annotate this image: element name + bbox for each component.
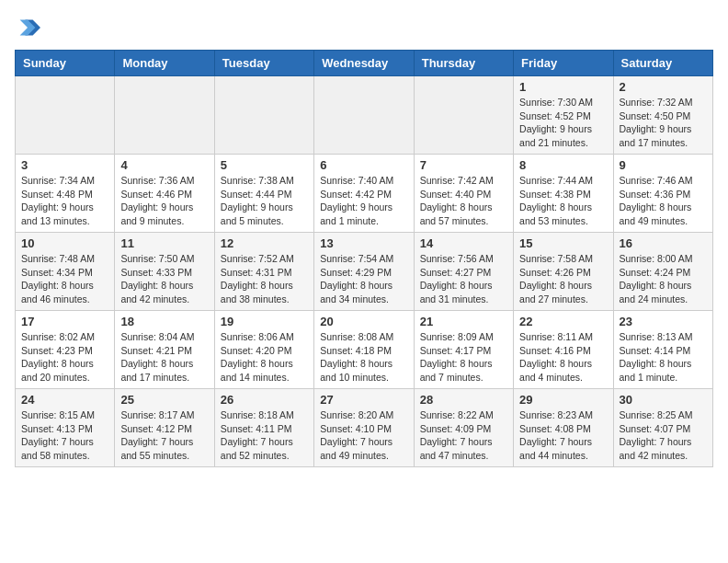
sunrise-text: Sunrise: 7:50 AM: [120, 253, 194, 264]
daylight-text: Daylight: 8 hours and 10 minutes.: [320, 358, 392, 383]
sunset-text: Sunset: 4:29 PM: [320, 267, 392, 278]
week-row-4: 17 Sunrise: 8:02 AM Sunset: 4:23 PM Dayl…: [16, 311, 713, 389]
logo-icon: [15, 15, 40, 40]
day-number: 28: [420, 393, 507, 407]
day-cell: 22 Sunrise: 8:11 AM Sunset: 4:16 PM Dayl…: [514, 311, 613, 389]
sunset-text: Sunset: 4:09 PM: [420, 423, 492, 434]
day-number: 29: [519, 393, 607, 407]
sunset-text: Sunset: 4:12 PM: [120, 423, 192, 434]
daylight-text: Daylight: 8 hours and 17 minutes.: [120, 358, 193, 383]
day-number: 13: [320, 236, 407, 250]
weekday-header-sunday: Sunday: [16, 51, 115, 76]
sunset-text: Sunset: 4:38 PM: [519, 189, 591, 200]
weekday-header-monday: Monday: [115, 51, 214, 76]
day-cell: 12 Sunrise: 7:52 AM Sunset: 4:31 PM Dayl…: [214, 233, 313, 311]
sunrise-text: Sunrise: 8:20 AM: [320, 409, 393, 420]
calendar-table: SundayMondayTuesdayWednesdayThursdayFrid…: [15, 50, 713, 467]
day-info: Sunrise: 8:18 AM Sunset: 4:11 PM Dayligh…: [221, 408, 308, 463]
day-number: 14: [420, 236, 507, 250]
daylight-text: Daylight: 7 hours and 49 minutes.: [320, 436, 392, 461]
day-cell: 16 Sunrise: 8:00 AM Sunset: 4:24 PM Dayl…: [613, 233, 712, 311]
day-number: 9: [620, 158, 707, 172]
sunrise-text: Sunrise: 7:36 AM: [120, 175, 194, 186]
day-number: 22: [519, 315, 607, 328]
day-cell: 15 Sunrise: 7:58 AM Sunset: 4:26 PM Dayl…: [514, 233, 613, 311]
daylight-text: Daylight: 7 hours and 52 minutes.: [221, 436, 293, 461]
day-cell: 13 Sunrise: 7:54 AM Sunset: 4:29 PM Dayl…: [314, 233, 414, 311]
daylight-text: Daylight: 8 hours and 46 minutes.: [21, 280, 94, 304]
week-row-5: 24 Sunrise: 8:15 AM Sunset: 4:13 PM Dayl…: [16, 389, 713, 467]
day-info: Sunrise: 7:34 AM Sunset: 4:48 PM Dayligh…: [21, 174, 108, 228]
day-info: Sunrise: 8:25 AM Sunset: 4:07 PM Dayligh…: [620, 408, 707, 463]
weekday-header-thursday: Thursday: [414, 51, 513, 76]
sunset-text: Sunset: 4:48 PM: [21, 189, 93, 200]
daylight-text: Daylight: 8 hours and 38 minutes.: [221, 280, 293, 304]
day-info: Sunrise: 8:11 AM Sunset: 4:16 PM Dayligh…: [519, 330, 607, 385]
day-info: Sunrise: 7:58 AM Sunset: 4:26 PM Dayligh…: [519, 252, 607, 306]
weekday-header-wednesday: Wednesday: [314, 51, 414, 76]
sunrise-text: Sunrise: 7:42 AM: [420, 175, 494, 186]
day-info: Sunrise: 8:06 AM Sunset: 4:20 PM Dayligh…: [221, 330, 308, 385]
day-number: 20: [320, 315, 407, 328]
day-number: 10: [21, 236, 108, 250]
day-number: 30: [620, 393, 707, 407]
sunrise-text: Sunrise: 7:58 AM: [519, 253, 593, 264]
daylight-text: Daylight: 9 hours and 1 minute.: [320, 201, 392, 226]
sunrise-text: Sunrise: 7:48 AM: [21, 253, 95, 264]
sunrise-text: Sunrise: 8:15 AM: [21, 409, 95, 420]
day-cell: 3 Sunrise: 7:34 AM Sunset: 4:48 PM Dayli…: [16, 155, 115, 233]
logo: [15, 15, 44, 40]
day-number: 24: [21, 393, 108, 407]
week-row-1: 1 Sunrise: 7:30 AM Sunset: 4:52 PM Dayli…: [16, 76, 713, 155]
day-number: 25: [120, 393, 208, 407]
sunrise-text: Sunrise: 8:18 AM: [221, 409, 294, 420]
day-number: 2: [620, 80, 707, 94]
day-cell: 23 Sunrise: 8:13 AM Sunset: 4:14 PM Dayl…: [613, 311, 712, 389]
daylight-text: Daylight: 7 hours and 42 minutes.: [620, 436, 692, 461]
week-row-2: 3 Sunrise: 7:34 AM Sunset: 4:48 PM Dayli…: [16, 155, 713, 233]
day-number: 8: [519, 158, 607, 172]
daylight-text: Daylight: 7 hours and 44 minutes.: [519, 436, 592, 461]
sunset-text: Sunset: 4:07 PM: [620, 423, 691, 434]
sunset-text: Sunset: 4:33 PM: [120, 267, 192, 278]
daylight-text: Daylight: 8 hours and 4 minutes.: [519, 358, 592, 383]
day-cell: 2 Sunrise: 7:32 AM Sunset: 4:50 PM Dayli…: [613, 76, 712, 155]
day-info: Sunrise: 7:42 AM Sunset: 4:40 PM Dayligh…: [420, 174, 507, 228]
day-number: 27: [320, 393, 407, 407]
sunrise-text: Sunrise: 8:23 AM: [519, 409, 593, 420]
weekday-header-row: SundayMondayTuesdayWednesdayThursdayFrid…: [16, 51, 713, 76]
sunset-text: Sunset: 4:52 PM: [519, 110, 591, 121]
day-cell: 10 Sunrise: 7:48 AM Sunset: 4:34 PM Dayl…: [16, 233, 115, 311]
sunset-text: Sunset: 4:21 PM: [120, 345, 192, 356]
daylight-text: Daylight: 8 hours and 1 minute.: [620, 358, 692, 383]
day-cell: 30 Sunrise: 8:25 AM Sunset: 4:07 PM Dayl…: [613, 389, 712, 467]
sunset-text: Sunset: 4:44 PM: [221, 189, 292, 200]
sunrise-text: Sunrise: 8:11 AM: [519, 331, 593, 342]
sunrise-text: Sunrise: 8:17 AM: [120, 409, 194, 420]
day-cell: 17 Sunrise: 8:02 AM Sunset: 4:23 PM Dayl…: [16, 311, 115, 389]
day-info: Sunrise: 7:40 AM Sunset: 4:42 PM Dayligh…: [320, 174, 407, 228]
day-number: 1: [519, 80, 607, 94]
day-cell: [115, 76, 214, 155]
day-number: 16: [620, 236, 707, 250]
week-row-3: 10 Sunrise: 7:48 AM Sunset: 4:34 PM Dayl…: [16, 233, 713, 311]
sunset-text: Sunset: 4:50 PM: [620, 110, 691, 121]
day-info: Sunrise: 8:22 AM Sunset: 4:09 PM Dayligh…: [420, 408, 507, 463]
sunset-text: Sunset: 4:16 PM: [519, 345, 591, 356]
daylight-text: Daylight: 8 hours and 57 minutes.: [420, 201, 493, 226]
day-number: 18: [120, 315, 208, 328]
sunrise-text: Sunrise: 7:56 AM: [420, 253, 494, 264]
sunset-text: Sunset: 4:13 PM: [21, 423, 93, 434]
day-cell: 6 Sunrise: 7:40 AM Sunset: 4:42 PM Dayli…: [314, 155, 414, 233]
daylight-text: Daylight: 7 hours and 58 minutes.: [21, 436, 94, 461]
day-cell: 28 Sunrise: 8:22 AM Sunset: 4:09 PM Dayl…: [414, 389, 513, 467]
sunrise-text: Sunrise: 8:22 AM: [420, 409, 494, 420]
daylight-text: Daylight: 8 hours and 34 minutes.: [320, 280, 392, 304]
daylight-text: Daylight: 8 hours and 24 minutes.: [620, 280, 692, 304]
day-number: 4: [120, 158, 208, 172]
page-header: [15, 15, 713, 40]
sunset-text: Sunset: 4:40 PM: [420, 189, 492, 200]
day-info: Sunrise: 7:36 AM Sunset: 4:46 PM Dayligh…: [120, 174, 208, 228]
sunset-text: Sunset: 4:42 PM: [320, 189, 392, 200]
day-cell: [16, 76, 115, 155]
